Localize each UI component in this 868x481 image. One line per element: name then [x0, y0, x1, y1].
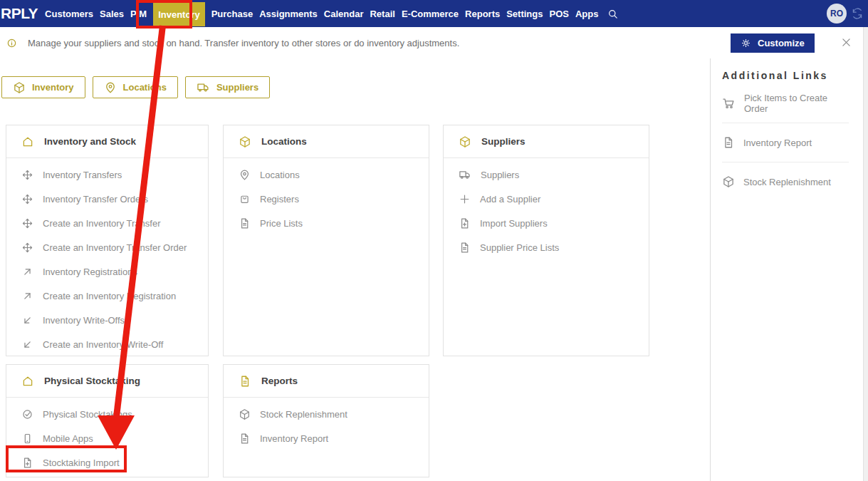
gear-icon: [741, 38, 751, 48]
link-create-inventory-transfer-order[interactable]: Create an Inventory Transfer Order: [6, 235, 208, 259]
link-create-inventory-transfer[interactable]: Create an Inventory Transfer: [6, 211, 208, 235]
card-title: Locations: [261, 136, 307, 147]
file-icon: [722, 136, 735, 149]
register-icon: [239, 193, 251, 205]
nav-item-inventory[interactable]: Inventory: [153, 2, 205, 26]
link-inventory-report[interactable]: Inventory Report: [224, 426, 429, 450]
arrow-down-left-icon: [21, 314, 33, 326]
card-title: Suppliers: [481, 136, 525, 147]
customize-label: Customize: [758, 38, 805, 48]
tab-suppliers[interactable]: Suppliers: [185, 76, 270, 98]
link-inventory-write-offs[interactable]: Inventory Write-Offs: [6, 308, 208, 332]
scrollbar-track[interactable]: [863, 27, 868, 481]
tab-inventory-label: Inventory: [32, 82, 74, 93]
mobile-icon: [21, 433, 33, 445]
truck-icon: [197, 81, 210, 94]
tab-locations-label: Locations: [123, 82, 167, 93]
file-plus-icon: [21, 457, 33, 469]
link-price-lists[interactable]: Price Lists: [224, 211, 429, 235]
nav-item-sales[interactable]: Sales: [100, 0, 124, 27]
card-header: Inventory and Stock: [6, 125, 208, 158]
brand-logo[interactable]: RPLY: [0, 5, 38, 22]
link-registers[interactable]: Registers: [224, 187, 429, 211]
nav-item-pos[interactable]: POS: [550, 0, 569, 27]
move-icon: [21, 217, 33, 229]
link-create-inventory-registration[interactable]: Create an Inventory Registration: [6, 284, 208, 308]
nav-item-assignments[interactable]: Assignments: [259, 0, 318, 27]
file-icon: [239, 217, 251, 229]
arrow-up-right-icon: [21, 266, 33, 278]
link-inventory-report[interactable]: Inventory Report: [722, 123, 849, 162]
cube-icon: [13, 81, 26, 94]
nav-item-retail[interactable]: Retail: [370, 0, 394, 27]
card-title: Physical Stocktaking: [44, 376, 140, 386]
nav-item-ecommerce[interactable]: E-Commerce: [402, 0, 459, 27]
card-title: Reports: [261, 376, 298, 386]
link-locations[interactable]: Locations: [224, 162, 429, 187]
avatar[interactable]: RO: [827, 4, 847, 24]
home-icon: [21, 135, 34, 148]
link-pick-items-to-create-order[interactable]: Pick Items to Create Order: [722, 84, 849, 123]
nav-item-apps[interactable]: Apps: [575, 0, 599, 27]
top-nav-bar: RPLY Customers Sales PIM Inventory Purch…: [0, 0, 868, 27]
move-icon: [21, 169, 33, 181]
link-stock-replenishment[interactable]: Stock Replenishment: [224, 402, 429, 426]
section-tabs: Inventory Locations Suppliers: [1, 76, 270, 98]
nav-item-calendar[interactable]: Calendar: [324, 0, 364, 27]
card-header: Locations: [224, 125, 429, 158]
tab-suppliers-label: Suppliers: [216, 82, 258, 93]
cube-icon: [722, 175, 735, 188]
card-inventory-and-stock: Inventory and Stock Inventory Transfers …: [6, 125, 209, 356]
cart-icon: [722, 97, 736, 110]
link-create-inventory-write-off[interactable]: Create an Inventory Write-Off: [6, 332, 208, 356]
cube-icon: [459, 135, 471, 148]
additional-links-panel: Additional Links Pick Items to Create Or…: [710, 58, 863, 481]
file-icon: [459, 242, 471, 254]
truck-icon: [459, 168, 471, 181]
nav-menu: Customers Sales PIM Inventory Purchase A…: [45, 0, 598, 27]
move-icon: [21, 193, 33, 205]
cube-icon: [239, 408, 251, 420]
map-pin-icon: [239, 169, 251, 181]
link-import-suppliers[interactable]: Import Suppliers: [444, 211, 649, 235]
check-circle-icon: [21, 408, 33, 420]
link-inventory-registrations[interactable]: Inventory Registrations: [6, 259, 208, 284]
nav-item-pim[interactable]: PIM: [130, 0, 147, 27]
info-message: Manage your suppliers and stock on hand.…: [28, 38, 459, 48]
home-icon: [21, 375, 34, 388]
refresh-icon[interactable]: [851, 7, 864, 20]
file-plus-icon: [459, 217, 471, 229]
card-physical-stocktaking: Physical Stocktaking Physical Stocktakin…: [6, 364, 209, 477]
link-stock-replenishment[interactable]: Stock Replenishment: [722, 162, 849, 201]
card-header: Physical Stocktaking: [6, 365, 208, 398]
nav-item-purchase[interactable]: Purchase: [211, 0, 253, 27]
link-inventory-transfers[interactable]: Inventory Transfers: [6, 162, 208, 187]
tab-inventory[interactable]: Inventory: [1, 76, 85, 98]
close-icon[interactable]: [840, 36, 852, 48]
tab-locations[interactable]: Locations: [93, 76, 178, 98]
link-physical-stocktakings[interactable]: Physical Stocktakings: [6, 402, 208, 426]
map-pin-icon: [104, 81, 117, 94]
search-icon[interactable]: [607, 8, 619, 20]
link-supplier-price-lists[interactable]: Supplier Price Lists: [444, 235, 649, 259]
card-reports: Reports Stock Replenishment Inventory Re…: [223, 364, 429, 477]
link-mobile-apps[interactable]: Mobile Apps: [6, 426, 208, 450]
cube-icon: [239, 135, 251, 148]
arrow-up-right-icon: [21, 290, 33, 302]
file-icon: [239, 375, 251, 388]
customize-button[interactable]: Customize: [731, 33, 815, 53]
link-add-a-supplier[interactable]: Add a Supplier: [444, 187, 649, 211]
card-header: Reports: [224, 365, 429, 398]
info-icon: [6, 37, 18, 49]
nav-item-customers[interactable]: Customers: [45, 0, 93, 27]
nav-item-settings[interactable]: Settings: [506, 0, 543, 27]
link-stocktaking-import[interactable]: Stocktaking Import: [6, 450, 208, 475]
link-inventory-transfer-orders[interactable]: Inventory Transfer Orders: [6, 187, 208, 211]
move-icon: [21, 242, 33, 254]
link-suppliers[interactable]: Suppliers: [444, 162, 649, 187]
nav-item-reports[interactable]: Reports: [465, 0, 500, 27]
arrow-down-left-icon: [21, 338, 33, 351]
card-suppliers: Suppliers Suppliers Add a Supplier Impor…: [443, 125, 649, 356]
card-title: Inventory and Stock: [44, 136, 136, 147]
panel-title: Additional Links: [722, 70, 849, 81]
